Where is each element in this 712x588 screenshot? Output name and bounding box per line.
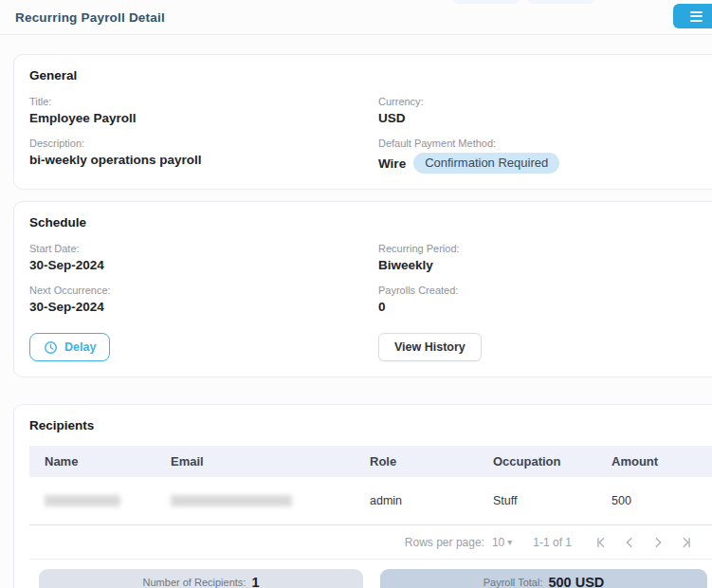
payrolls-created-value: 0 — [378, 300, 712, 314]
general-heading: General — [29, 68, 712, 83]
cutoff-toast-fragment — [527, 0, 593, 4]
page-header: Recurring Payroll Detail — [0, 0, 712, 35]
rows-per-page-value: 10 — [492, 536, 504, 549]
pagination-range: 1-1 of 1 — [533, 536, 572, 549]
delay-button[interactable]: Delay — [29, 333, 110, 361]
column-header-email: Email — [155, 446, 355, 477]
table-pagination: Rows per page: 10 ▾ 1-1 of 1 — [29, 525, 712, 560]
recipients-summary: Number of Recipients: 1 Payroll Total: 5… — [39, 569, 712, 588]
recipients-heading: Recipients — [29, 418, 712, 432]
hamburger-icon — [690, 11, 703, 22]
first-page-button[interactable] — [587, 531, 615, 554]
rows-per-page-select[interactable]: 10 ▾ — [492, 536, 512, 549]
chevron-left-icon — [623, 536, 636, 549]
payrolls-created-label: Payrolls Created: — [378, 285, 712, 296]
chevron-right-icon — [651, 536, 665, 549]
currency-value: USD — [378, 111, 712, 125]
chevron-down-icon: ▾ — [507, 537, 512, 547]
number-of-recipients-pill: Number of Recipients: 1 — [39, 569, 363, 588]
menu-button[interactable] — [673, 4, 712, 28]
payrolls-created-field: Payrolls Created: 0 — [378, 285, 712, 314]
payment-method-value: Wire — [378, 156, 406, 171]
next-occurrence-field: Next Occurrence: 30-Sep-2024 — [29, 285, 378, 314]
page-title: Recurring Payroll Detail — [15, 10, 165, 25]
currency-label: Currency: — [378, 96, 712, 107]
cell-amount: 500 — [596, 477, 712, 525]
recipients-count-label: Number of Recipients: — [143, 577, 246, 588]
payment-method-field: Default Payment Method: Wire Confirmatio… — [378, 138, 712, 174]
next-occurrence-label: Next Occurrence: — [29, 285, 378, 296]
title-field: Title: Employee Payroll — [29, 96, 378, 125]
recurring-period-label: Recurring Period: — [378, 243, 712, 254]
view-history-button-label: View History — [394, 340, 466, 354]
view-history-button[interactable]: View History — [378, 333, 482, 361]
cell-email — [155, 477, 355, 525]
description-label: Description: — [29, 138, 378, 149]
next-occurrence-value: 30-Sep-2024 — [29, 300, 378, 314]
table-header-row: Name Email Role Occupation Amount — [29, 446, 712, 477]
recipients-table: Name Email Role Occupation Amount admin … — [29, 446, 712, 525]
column-header-amount: Amount — [596, 446, 712, 477]
general-card: General Title: Employee Payroll Currency… — [13, 54, 712, 190]
currency-field: Currency: USD — [378, 96, 712, 125]
start-date-value: 30-Sep-2024 — [29, 258, 378, 272]
cell-name — [29, 477, 155, 525]
confirmation-required-badge: Confirmation Required — [413, 153, 559, 174]
column-header-name: Name — [29, 446, 155, 477]
delay-button-label: Delay — [64, 340, 96, 354]
table-row: admin Stuff 500 — [29, 477, 712, 525]
recurring-period-value: Biweekly — [378, 258, 712, 272]
rows-per-page-label: Rows per page: — [405, 536, 484, 549]
description-value: bi-weekly operations payroll — [29, 153, 378, 167]
start-date-label: Start Date: — [29, 243, 378, 254]
payment-method-label: Default Payment Method: — [378, 138, 712, 149]
recipients-count-value: 1 — [251, 575, 259, 588]
column-header-occupation: Occupation — [478, 446, 596, 477]
payroll-total-value: 500 USD — [548, 575, 604, 588]
schedule-heading: Schedule — [29, 215, 712, 230]
last-page-button[interactable] — [672, 531, 701, 554]
cutoff-toast-fragment — [453, 0, 520, 4]
recipients-card: Recipients Name Email Role Occupation Am… — [13, 404, 712, 588]
cell-role: admin — [355, 477, 478, 525]
redacted-email — [171, 495, 292, 506]
cell-occupation: Stuff — [478, 477, 596, 525]
column-header-role: Role — [355, 446, 478, 477]
description-field: Description: bi-weekly operations payrol… — [29, 138, 378, 174]
first-page-icon — [594, 536, 608, 549]
schedule-card: Schedule Start Date: 30-Sep-2024 Recurri… — [13, 201, 712, 377]
next-page-button[interactable] — [644, 531, 672, 554]
title-label: Title: — [29, 96, 378, 107]
start-date-field: Start Date: 30-Sep-2024 — [29, 243, 378, 272]
title-value: Employee Payroll — [29, 111, 378, 125]
redacted-name — [45, 495, 120, 506]
clock-icon — [44, 340, 58, 355]
recurring-period-field: Recurring Period: Biweekly — [378, 243, 712, 272]
payroll-total-label: Payroll Total: — [484, 577, 543, 588]
previous-page-button[interactable] — [615, 531, 644, 554]
last-page-icon — [680, 536, 693, 549]
payroll-total-pill: Payroll Total: 500 USD — [380, 569, 707, 588]
